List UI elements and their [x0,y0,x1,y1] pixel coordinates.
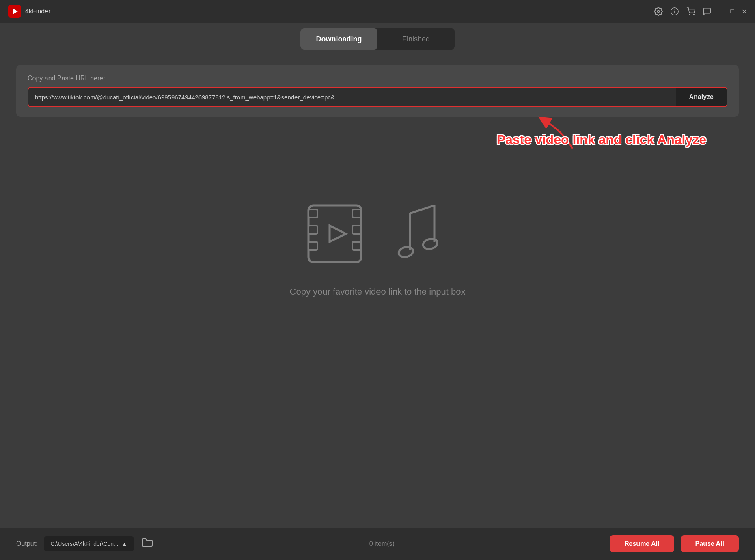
output-path-button[interactable]: C:\Users\A\4kFinder\Con... ▲ [44,536,134,551]
titlebar-left: 4kFinder [8,5,50,18]
titlebar: 4kFinder [0,0,755,23]
svg-rect-14 [352,226,361,234]
output-path-text: C:\Users\A\4kFinder\Con... [50,541,118,547]
svg-rect-10 [308,209,317,218]
svg-point-2 [658,10,660,13]
items-count: 0 item(s) [161,540,603,547]
minimize-button[interactable]: ‒ [719,8,723,15]
close-button[interactable]: ✕ [742,8,747,15]
resume-all-button[interactable]: Resume All [610,535,674,552]
svg-rect-12 [308,242,317,250]
footer: Output: C:\Users\A\4kFinder\Con... ▲ 0 i… [0,528,755,560]
analyze-button[interactable]: Analyze [676,88,727,106]
maximize-button[interactable]: □ [730,8,734,15]
svg-rect-13 [352,209,361,218]
svg-marker-16 [330,226,346,242]
chat-icon[interactable] [703,7,712,16]
svg-point-6 [690,14,690,15]
main-content: Copy and Paste URL here: Analyze Paste v… [0,55,755,307]
illustration-caption: Copy your favorite video link to the inp… [290,286,466,297]
url-section: Copy and Paste URL here: Analyze [16,65,739,117]
output-label: Output: [16,540,37,547]
svg-rect-11 [308,226,317,234]
svg-rect-15 [352,242,361,250]
annotation-area: Paste video link and click Analyze [16,128,739,173]
upload-icon: ▲ [122,541,127,547]
tab-finished[interactable]: Finished [378,28,455,50]
url-input-row: Analyze [28,87,727,107]
app-logo [8,5,21,18]
settings-icon[interactable] [654,7,663,16]
info-icon[interactable] [670,7,679,16]
tabbar: Downloading Finished [0,23,755,55]
app-title: 4kFinder [25,8,50,15]
url-input[interactable] [28,88,676,106]
tab-container: Downloading Finished [300,28,455,50]
svg-point-21 [422,237,439,250]
paste-hint: Paste video link and click Analyze [497,132,706,147]
folder-icon [142,538,153,547]
illustration: Copy your favorite video link to the inp… [16,197,739,297]
svg-point-7 [694,14,695,15]
cart-icon[interactable] [686,7,695,16]
folder-button[interactable] [140,536,154,551]
icons-row [300,197,455,270]
tab-downloading[interactable]: Downloading [300,28,378,50]
titlebar-controls: ‒ □ ✕ [654,7,747,16]
music-icon [390,197,455,270]
svg-point-20 [398,246,414,258]
url-label: Copy and Paste URL here: [28,75,727,82]
film-icon [300,197,373,270]
svg-line-19 [410,205,434,213]
pause-all-button[interactable]: Pause All [681,535,739,552]
